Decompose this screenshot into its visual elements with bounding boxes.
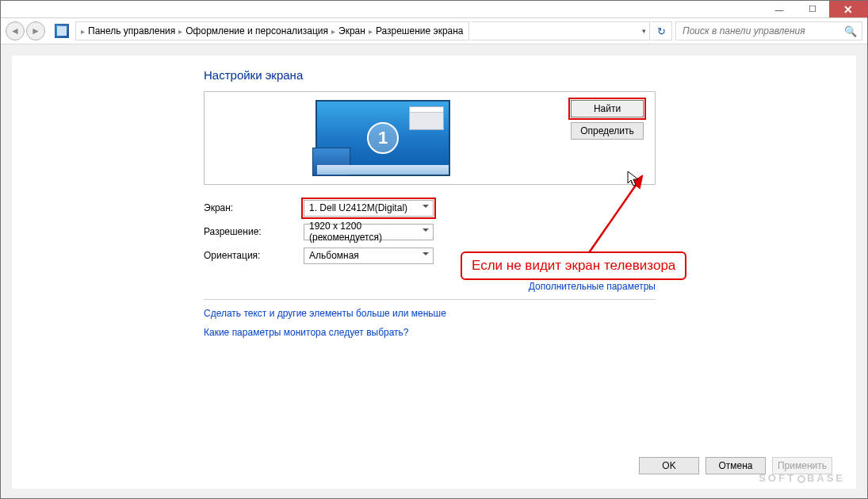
resolution-select-value: 1920 x 1200 (рекомендуется) xyxy=(309,221,419,243)
detect-button[interactable]: Определить xyxy=(571,122,644,140)
orientation-label: Ориентация: xyxy=(204,250,304,261)
thumb-taskbar xyxy=(317,165,449,175)
chevron-right-icon: ▸ xyxy=(369,27,373,36)
thumb-window xyxy=(409,106,444,130)
search-icon: 🔍 xyxy=(844,25,857,37)
navbar: ◄ ► ▸ Панель управления ▸ Оформление и п… xyxy=(1,18,867,44)
nav-back-button[interactable]: ◄ xyxy=(6,21,25,40)
page-title: Настройки экрана xyxy=(204,68,856,82)
breadcrumb-item[interactable]: Оформление и персонализация xyxy=(185,25,328,36)
chevron-right-icon: ▸ xyxy=(178,27,182,36)
breadcrumb-item[interactable]: Экран xyxy=(338,25,365,36)
content-panel: Настройки экрана 1 Найти Определить xyxy=(12,56,856,489)
titlebar: — ☐ ✕ xyxy=(1,1,867,18)
display-label: Экран: xyxy=(204,202,304,213)
search-box[interactable]: 🔍 xyxy=(675,21,862,40)
find-button[interactable]: Найти xyxy=(571,100,644,117)
which-settings-link[interactable]: Какие параметры монитора следует выбрать… xyxy=(204,327,856,338)
nav-forward-button[interactable]: ► xyxy=(26,21,45,40)
control-panel-icon xyxy=(55,24,69,38)
chevron-right-icon: ▸ xyxy=(331,27,335,36)
advanced-settings-link[interactable]: Дополнительные параметры xyxy=(529,281,656,292)
resolution-label: Разрешение: xyxy=(204,226,304,237)
watermark: SOFTBASE xyxy=(759,472,845,484)
refresh-button[interactable]: ↻ xyxy=(652,21,672,40)
display-select[interactable]: 1. Dell U2412M(Digital) xyxy=(304,200,434,217)
breadcrumb[interactable]: ▸ Панель управления ▸ Оформление и персо… xyxy=(75,21,469,40)
orientation-select-value: Альбомная xyxy=(309,250,359,261)
monitor-thumbnail[interactable]: 1 xyxy=(315,100,450,176)
breadcrumb-item[interactable]: Разрешение экрана xyxy=(376,25,464,36)
maximize-button[interactable]: ☐ xyxy=(796,1,829,17)
separator xyxy=(204,299,656,300)
orientation-select[interactable]: Альбомная xyxy=(304,248,434,264)
window-frame: — ☐ ✕ ◄ ► ▸ Панель управления ▸ Оформлен… xyxy=(0,0,868,499)
annotation-callout: Если не видит экран телевизора xyxy=(461,251,686,280)
ok-button[interactable]: OK xyxy=(639,457,699,474)
chevron-down-icon: ▾ xyxy=(642,27,646,35)
breadcrumb-item[interactable]: Панель управления xyxy=(88,25,175,36)
display-preview-box: 1 Найти Определить xyxy=(204,91,656,185)
display-select-value: 1. Dell U2412M(Digital) xyxy=(309,202,407,213)
minimize-button[interactable]: — xyxy=(763,1,796,17)
close-button[interactable]: ✕ xyxy=(829,1,867,17)
address-bar-tail[interactable]: ▾ xyxy=(471,21,650,40)
cancel-button[interactable]: Отмена xyxy=(705,457,766,474)
text-size-link[interactable]: Сделать текст и другие элементы больше и… xyxy=(204,308,856,319)
display-number-badge: 1 xyxy=(367,122,399,154)
resolution-select[interactable]: 1920 x 1200 (рекомендуется) xyxy=(304,224,434,240)
content-frame: Настройки экрана 1 Найти Определить xyxy=(1,44,867,498)
chevron-right-icon: ▸ xyxy=(81,27,85,36)
search-input[interactable] xyxy=(681,25,844,37)
